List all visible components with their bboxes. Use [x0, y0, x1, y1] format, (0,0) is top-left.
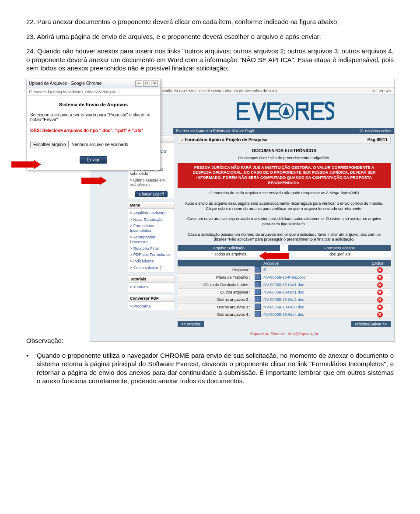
- disk-icon[interactable]: [253, 289, 262, 296]
- file-label: Outros arquivos 4 :: [178, 311, 253, 318]
- window-controls: ─ □ ✕: [135, 80, 158, 87]
- file-link[interactable]: INV-00058-13-Out4.doc: [262, 311, 369, 318]
- menu-programa[interactable]: > Programa: [130, 303, 173, 310]
- file-link[interactable]: INV-00058-13-Plan1.doc: [262, 274, 369, 281]
- file-label: Outros arquivos 3 :: [178, 304, 253, 311]
- delete-icon[interactable]: ✖: [377, 275, 383, 280]
- doc-title: DOCUMENTOS ELETRÔNICOS: [178, 144, 391, 155]
- menu-relatorio[interactable]: > Relatório Final: [130, 245, 173, 252]
- screenshot: Upload de Arquivos - Google Chrome ─ □ ✕…: [26, 79, 394, 324]
- file-row: Plano de Trabalho :INV-00058-13-Plan1.do…: [178, 274, 391, 281]
- file-row: Proposta :df✖: [178, 266, 391, 274]
- warning-box: PESSOA JURÍDICA NÃO FARÁ JUS A INSTITUIÇ…: [178, 163, 391, 189]
- menu-pdf[interactable]: > PDF dos Formulários: [130, 252, 173, 258]
- support-link[interactable]: Suporte ao Everest :: ✉ ci@fapemig.br: [178, 329, 391, 337]
- menu-tutoriais[interactable]: > Tutoriais: [130, 284, 173, 290]
- everest-logo: T: [173, 95, 394, 128]
- menu-nova[interactable]: > Nova Solicitação: [130, 217, 173, 223]
- file-link[interactable]: INV-00058-13-Out3.doc: [262, 304, 369, 311]
- disk-icon[interactable]: [253, 266, 262, 273]
- obs-bullet: • Quando o proponente utiliza o navegado…: [26, 351, 394, 385]
- disk-icon[interactable]: [253, 311, 262, 318]
- svg-text:T: T: [325, 101, 327, 105]
- send-button[interactable]: Enviar: [80, 156, 107, 164]
- campos-note: Os campos com * são de preenchimento obr…: [178, 155, 391, 163]
- delete-icon[interactable]: ✖: [377, 297, 383, 303]
- close-icon[interactable]: ✕: [151, 80, 158, 87]
- file-label: Plano de Trabalho :: [178, 274, 253, 281]
- disk-icon[interactable]: [253, 304, 262, 311]
- file-label: Outros arquivos :: [178, 289, 253, 296]
- menu-formularios[interactable]: > Formulários Incompletos: [130, 223, 173, 234]
- users-online: 21 usuários online: [360, 129, 392, 133]
- menu-atualizar[interactable]: > Atualizar Cadastro: [130, 210, 173, 217]
- upload-title: Upload de Arquivos - Google Chrome: [29, 81, 102, 86]
- file-row: Outros arquivos 2 :INV-00058-13-Out2.doc…: [178, 296, 391, 304]
- choose-file-button[interactable]: Escolher arquivo: [30, 141, 69, 148]
- next-button[interactable]: Próximo/Salvar >>: [351, 321, 391, 327]
- disk-icon[interactable]: [253, 281, 262, 288]
- breadcrumb: Everest >> Cadastro Editais >> INV >> Pa…: [176, 129, 254, 133]
- delete-icon[interactable]: ✖: [377, 304, 383, 310]
- upload-obs: OBS: Selecione arquivos do tipo ".doc", …: [30, 128, 157, 133]
- file-row: Outros arquivos :INV-00058-13-Out1.doc✖: [178, 289, 391, 296]
- file-row: Cópia do Currículo Lattes :INV-00058-13-…: [178, 281, 391, 289]
- upload-window: Upload de Arquivos - Google Chrome ─ □ ✕…: [26, 79, 161, 170]
- page-number: Pág 09/11: [368, 137, 388, 142]
- arrow-enviar: [81, 176, 107, 185]
- file-label: Cópia do Currículo Lattes :: [178, 281, 253, 288]
- file-link[interactable]: INV-00058-13-Out1.doc: [262, 289, 369, 296]
- info-replace: Caso um novo arquivo seja enviado o ante…: [178, 214, 391, 229]
- menu-acompanhar[interactable]: > Acompanhar Processos: [130, 234, 173, 245]
- info-size: O tamanho de cada arquivo a ser enviado …: [178, 188, 391, 199]
- delete-icon[interactable]: ✖: [377, 282, 383, 288]
- upload-heading: Sistema de Envio de Arquivos: [30, 102, 157, 107]
- sidebox-conversor: Conversor PDF > Programa: [128, 295, 175, 311]
- menu-como[interactable]: > Como solicitar ?: [130, 265, 173, 271]
- info-na: Caso a solicitação possua um número de a…: [178, 230, 391, 245]
- form-title: .: Formulário Apoio a Projeto de Pesquis…: [181, 137, 268, 142]
- para-22: 22. Para anexar documentos o proponente …: [26, 17, 394, 26]
- sidebox-menu: Menu > Atualizar Cadastro > Nova Solicit…: [128, 202, 175, 273]
- file-row: Outros arquivos 3 :INV-00058-13-Out3.doc…: [178, 304, 391, 311]
- delete-icon[interactable]: ✖: [377, 267, 383, 273]
- file-link[interactable]: df: [262, 266, 369, 273]
- files-header: Arquivos Excluir: [178, 260, 391, 266]
- file-label: Proposta :: [178, 266, 253, 273]
- para-24: 24. Quando não houver anexos para inseri…: [26, 47, 394, 73]
- prev-button[interactable]: << Anterior: [178, 321, 204, 327]
- file-row: Outros arquivos 4 :INV-00058-13-Out4.doc…: [178, 311, 391, 318]
- arrow-choose-file: [11, 160, 41, 169]
- file-link[interactable]: INV-00058-13-Out2.doc: [262, 296, 369, 303]
- menu-indicadores[interactable]: > Indicadores: [130, 258, 173, 265]
- maximize-icon[interactable]: □: [143, 80, 150, 87]
- file-label: Outros arquivos 2 :: [178, 296, 253, 303]
- disk-icon[interactable]: [253, 274, 262, 281]
- table-header: Arquivo Solicitado Formatos Aceitos: [178, 245, 391, 251]
- disk-icon[interactable]: [253, 296, 262, 303]
- file-link[interactable]: INV-00058-13-Cur1.doc: [262, 281, 369, 288]
- logoff-button[interactable]: Efetuar Logoff: [135, 191, 168, 197]
- para-23: 23. Abrirá uma página de envio de arquiv…: [26, 32, 394, 41]
- delete-icon[interactable]: ✖: [377, 312, 383, 318]
- clock: 15 : 29 : 48: [371, 89, 391, 93]
- no-file-label: Nenhum arquivo selecionado: [71, 142, 128, 147]
- sidebar-lastaccess: > Ultimo Acesso em 20/09/2013: [130, 177, 173, 189]
- arrow-proposta: [259, 252, 289, 260]
- info-reload: Após o envio do arquivo essa página será…: [178, 199, 391, 214]
- sidebox-tutoriais: Tutoriais > Tutoriais: [128, 276, 175, 292]
- upload-url: 🗋 everest.fapemig.br/cadastro_editais/IN…: [27, 88, 160, 96]
- upload-text: Selecione o arquivo a ser enviado para "…: [30, 112, 157, 122]
- delete-icon[interactable]: ✖: [377, 290, 383, 295]
- minimize-icon[interactable]: ─: [135, 80, 142, 87]
